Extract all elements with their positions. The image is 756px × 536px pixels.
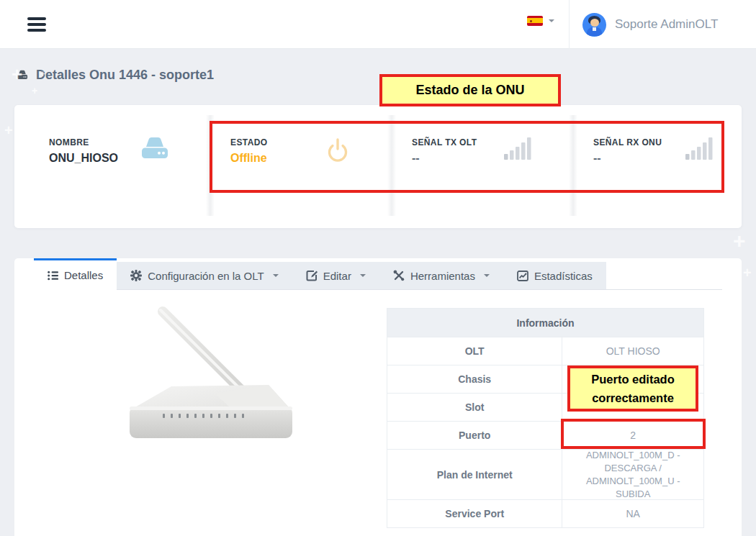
signal-bars-icon	[684, 135, 716, 161]
status-label: SEÑAL RX ONU	[593, 137, 662, 147]
table-row-service-port: Service Port NA	[387, 499, 703, 527]
chevron-down-icon	[484, 274, 490, 277]
user-menu[interactable]: Soporte AdminOLT	[569, 0, 739, 49]
status-label: NOMBRE	[49, 137, 89, 147]
tab-detalles[interactable]: Detalles	[34, 258, 117, 290]
annotation-puerto-editado: Puerto editado correctamente	[567, 365, 698, 412]
chevron-down-icon	[360, 274, 366, 277]
tab-bar: Detalles Configuración en la OLT	[34, 258, 722, 290]
table-row-puerto: Puerto 2	[387, 421, 703, 449]
tab-configuracion-olt[interactable]: Configuración en la OLT	[117, 262, 292, 289]
sparkle-decoration: +	[743, 265, 752, 281]
sparkle-decoration: +	[12, 63, 22, 86]
user-name: Soporte AdminOLT	[615, 17, 718, 32]
chevron-down-icon	[549, 19, 554, 22]
status-card-nombre: NOMBRE ONU_HIOSO	[14, 105, 196, 228]
onu-product-image	[121, 299, 301, 453]
status-card-senal-tx: SEÑAL TX OLT --	[377, 105, 559, 228]
hamburger-menu-icon[interactable]	[27, 17, 46, 32]
table-row-olt: OLT OLT HIOSO	[387, 337, 703, 365]
status-card-estado: ESTADO Offline	[196, 105, 377, 228]
edit-icon	[306, 270, 318, 281]
chart-icon	[517, 271, 528, 281]
puerto-value: 2	[562, 422, 703, 449]
language-dropdown[interactable]	[527, 16, 554, 26]
top-navbar: Soporte AdminOLT	[0, 0, 756, 49]
gear-icon	[130, 270, 142, 281]
tab-editar[interactable]: Editar	[292, 262, 379, 289]
info-table: Información OLT OLT HIOSO Chasis Slot Pu…	[387, 308, 704, 528]
sparkle-decoration: +	[4, 122, 13, 139]
sparkle-decoration: +	[40, 69, 45, 79]
sparkle-decoration: +	[733, 229, 746, 253]
router-icon	[138, 135, 171, 161]
info-table-header: Información	[387, 309, 703, 337]
status-label: SEÑAL TX OLT	[412, 137, 477, 147]
sparkle-decoration: +	[32, 85, 37, 96]
tools-icon	[393, 270, 405, 281]
status-card-senal-rx: SEÑAL RX ONU --	[559, 105, 740, 228]
status-label: ESTADO	[230, 137, 268, 147]
table-row-plan-internet: Plan de Internet ADMINOLT_100M_D - DESCA…	[387, 449, 703, 499]
chevron-down-icon	[273, 274, 279, 277]
rx-signal-value: --	[593, 152, 601, 165]
avatar	[582, 13, 606, 37]
tab-herramientas[interactable]: Herramientas	[379, 262, 503, 289]
onu-state-value: Offline	[230, 152, 267, 165]
tab-estadisticas[interactable]: Estadísticas	[503, 262, 606, 289]
onu-name-value: ONU_HIOSO	[49, 152, 118, 165]
signal-bars-icon	[503, 135, 534, 161]
spain-flag-icon	[527, 16, 543, 26]
tx-signal-value: --	[412, 152, 420, 165]
status-summary-card: NOMBRE ONU_HIOSO ESTADO Offline SEÑAL TX…	[14, 105, 742, 228]
power-icon	[323, 135, 353, 167]
annotation-estado-onu: Estado de la ONU	[379, 74, 561, 106]
list-icon	[48, 271, 58, 281]
